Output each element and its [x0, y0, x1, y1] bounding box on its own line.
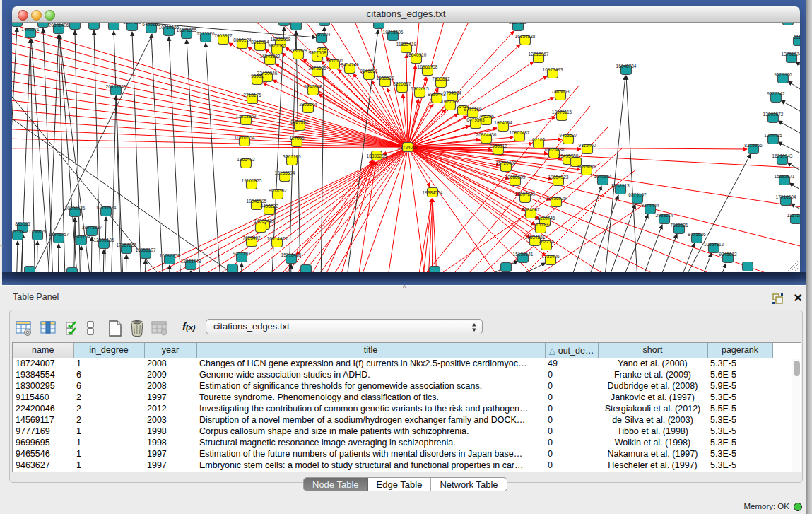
svg-text:10046795: 10046795 — [247, 199, 267, 204]
svg-text:10807487: 10807487 — [510, 130, 530, 135]
svg-text:9457791: 9457791 — [233, 251, 251, 256]
svg-text:8938913: 8938913 — [611, 183, 630, 188]
svg-text:8215956: 8215956 — [744, 143, 763, 148]
svg-text:6879197: 6879197 — [628, 192, 647, 197]
svg-text:8427552: 8427552 — [290, 119, 309, 124]
svg-text:9463627: 9463627 — [559, 133, 577, 138]
svg-text:1405571: 1405571 — [21, 27, 40, 32]
svg-text:1640954: 1640954 — [594, 174, 612, 179]
svg-text:8454749: 8454749 — [341, 62, 359, 67]
svg-text:6479503: 6479503 — [466, 117, 485, 122]
svg-text:8678352: 8678352 — [269, 188, 287, 193]
svg-text:10025438: 10025438 — [544, 147, 565, 152]
svg-text:252214: 252214 — [539, 239, 554, 244]
svg-text:7625402: 7625402 — [242, 235, 261, 240]
svg-text:10973493: 10973493 — [543, 67, 563, 72]
svg-text:2986312: 2986312 — [489, 144, 507, 148]
svg-text:62100: 62100 — [532, 137, 545, 142]
svg-text:9129966: 9129966 — [774, 72, 792, 77]
svg-text:13751074: 13751074 — [782, 52, 800, 57]
svg-text:1112: 1112 — [794, 35, 800, 40]
svg-text:117006: 117006 — [289, 136, 305, 141]
svg-text:20364436: 20364436 — [476, 132, 497, 137]
svg-text:12213369: 12213369 — [236, 114, 257, 119]
svg-text:16961758: 16961758 — [418, 64, 438, 69]
svg-text:1156829: 1156829 — [29, 229, 47, 234]
svg-text:18807249: 18807249 — [515, 192, 536, 197]
svg-text:885061: 885061 — [15, 221, 30, 226]
svg-text:15720407: 15720407 — [496, 160, 517, 165]
svg-text:19756928: 19756928 — [546, 196, 567, 201]
svg-text:1244415: 1244415 — [764, 133, 782, 138]
svg-text:16648784: 16648784 — [616, 64, 637, 69]
svg-text:8912954: 8912954 — [251, 40, 269, 45]
svg-text:20053346: 20053346 — [106, 84, 126, 89]
svg-text:12213967: 12213967 — [529, 52, 549, 57]
svg-text:17957255: 17957255 — [117, 243, 137, 247]
svg-text:8186328: 8186328 — [289, 48, 307, 53]
svg-text:6466160: 6466160 — [142, 23, 160, 27]
svg-text:16914479: 16914479 — [267, 236, 288, 241]
svg-text:9115460: 9115460 — [579, 143, 596, 148]
svg-text:19166825: 19166825 — [242, 178, 262, 183]
svg-text:18300295: 18300295 — [367, 153, 387, 158]
svg-text:12505135: 12505135 — [94, 238, 114, 243]
svg-text:17359924: 17359924 — [96, 205, 117, 210]
svg-text:10107554: 10107554 — [235, 135, 255, 140]
svg-text:9684067: 9684067 — [522, 207, 540, 212]
svg-text:12975115: 12975115 — [552, 110, 572, 115]
svg-text:1527602: 1527602 — [123, 23, 141, 25]
svg-text:17016504: 17016504 — [776, 194, 796, 199]
svg-text:1733426: 1733426 — [541, 254, 560, 259]
svg-text:9242848: 9242848 — [304, 84, 322, 89]
svg-text:1965492: 1965492 — [237, 157, 255, 162]
svg-text:19384554: 19384554 — [423, 190, 443, 195]
svg-text:8471636: 8471636 — [688, 232, 706, 237]
svg-text:1624554: 1624554 — [494, 120, 512, 125]
svg-text:9474444: 9474444 — [641, 203, 659, 208]
svg-text:12153594: 12153594 — [275, 170, 295, 175]
svg-text:14099489: 14099489 — [254, 218, 275, 223]
svg-text:10958107: 10958107 — [136, 247, 156, 252]
svg-text:15716485: 15716485 — [281, 252, 302, 257]
svg-text:2803144: 2803144 — [299, 102, 317, 107]
svg-text:11325419: 11325419 — [396, 42, 417, 47]
svg-text:9227342: 9227342 — [767, 91, 785, 96]
svg-text:16210943: 16210943 — [772, 153, 793, 158]
svg-text:16671355: 16671355 — [177, 28, 197, 33]
svg-text:18640910: 18640910 — [406, 52, 427, 57]
svg-text:3267130: 3267130 — [283, 154, 301, 159]
svg-text:16154838: 16154838 — [515, 34, 536, 39]
svg-text:7955812: 7955812 — [432, 76, 450, 81]
svg-text:9777169: 9777169 — [464, 107, 482, 112]
svg-text:39154: 39154 — [12, 229, 24, 234]
svg-text:9794034: 9794034 — [443, 90, 461, 95]
svg-text:2933114: 2933114 — [656, 213, 673, 218]
svg-text:7632621: 7632621 — [670, 223, 688, 228]
svg-text:98901: 98901 — [251, 74, 264, 78]
svg-text:9146821: 9146821 — [360, 69, 378, 74]
svg-text:9827508: 9827508 — [308, 50, 326, 55]
svg-text:19975887: 19975887 — [82, 225, 102, 230]
svg-text:8220357: 8220357 — [393, 81, 411, 86]
svg-text:9827505: 9827505 — [268, 43, 286, 48]
svg-text:19218506: 19218506 — [383, 30, 404, 35]
svg-text:4498222: 4498222 — [260, 204, 278, 209]
svg-text:15495758: 15495758 — [558, 153, 579, 158]
svg-text:10653267: 10653267 — [84, 23, 105, 23]
svg-text:9245612: 9245612 — [719, 252, 737, 257]
svg-text:6899695: 6899695 — [577, 164, 596, 169]
svg-text:16782759: 16782759 — [160, 253, 180, 258]
svg-text:16151132: 16151132 — [531, 222, 551, 227]
svg-text:10654112: 10654112 — [704, 242, 724, 247]
svg-text:2887682: 2887682 — [509, 23, 527, 25]
svg-text:1167534: 1167534 — [787, 213, 800, 218]
svg-text:3675685: 3675685 — [308, 66, 326, 71]
svg-text:20691406: 20691406 — [49, 23, 69, 28]
svg-text:15136141: 15136141 — [513, 252, 534, 257]
svg-text:8660124: 8660124 — [233, 37, 252, 42]
svg-text:1362615: 1362615 — [411, 86, 429, 91]
svg-text:16120746: 16120746 — [535, 216, 555, 221]
svg-text:546: 546 — [319, 46, 326, 51]
svg-text:12923448: 12923448 — [181, 259, 201, 264]
